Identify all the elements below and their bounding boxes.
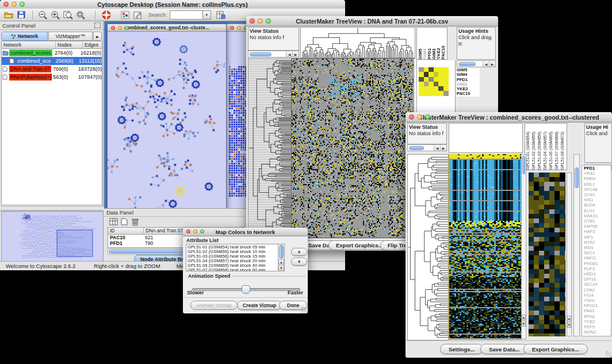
zoom-selected-icon[interactable] xyxy=(74,9,87,21)
tv2-column-label[interactable]: GPL51-07 (GSM868) xyxy=(554,124,560,170)
create-vizmap-button[interactable]: Create Vizmap xyxy=(237,301,282,310)
gene-item[interactable]: MSL1 xyxy=(584,182,611,187)
matrix-cell[interactable] xyxy=(429,67,434,72)
gene-item[interactable]: PFD1 xyxy=(457,78,480,82)
close-button[interactable] xyxy=(186,229,190,233)
gene-item[interactable]: GTB1 xyxy=(584,219,611,224)
column-header-nodes[interactable]: Nodes xyxy=(56,42,83,48)
matrix-cell[interactable] xyxy=(424,77,429,82)
matrix-cell[interactable] xyxy=(438,82,443,86)
gene-item[interactable]: PFD1 xyxy=(584,166,611,171)
matrix-cell[interactable] xyxy=(424,86,429,91)
panel-splitter[interactable] xyxy=(0,206,104,211)
zoom-button[interactable] xyxy=(200,229,204,233)
tv2-column-label[interactable]: GPL51-04 (GSM857) xyxy=(543,124,549,170)
animation-speed-slider[interactable] xyxy=(192,285,299,293)
gene-item[interactable]: HMG1 xyxy=(584,255,611,260)
gene-item[interactable]: GPI16 xyxy=(584,277,611,282)
scroll-right-icon[interactable]: ▶ xyxy=(489,61,495,67)
matrix-cell[interactable] xyxy=(429,82,434,86)
close-button[interactable] xyxy=(230,26,234,30)
scroll-right-icon[interactable]: ▶ xyxy=(292,51,299,57)
matrix-cell[interactable] xyxy=(443,67,449,72)
gene-item[interactable]: YRA1 xyxy=(584,171,611,176)
gene-item[interactable]: RPN1 xyxy=(584,314,611,319)
tv2-export-graphics-button[interactable]: Export Graphics... xyxy=(523,344,588,354)
matrix-cell[interactable] xyxy=(419,82,424,86)
scroll-down-icon[interactable]: ▼ xyxy=(522,321,526,327)
close-button[interactable] xyxy=(250,18,255,24)
search-input[interactable] xyxy=(170,10,203,20)
tv2-titlebar[interactable]: ClusterMaker TreeView : combined_scores_… xyxy=(406,112,612,122)
matrix-cell[interactable] xyxy=(443,77,449,82)
matrix-cell[interactable] xyxy=(438,91,443,95)
matrix-cell[interactable] xyxy=(443,86,449,91)
close-button[interactable] xyxy=(3,2,9,7)
matrix-cell[interactable] xyxy=(419,67,424,72)
tv1-status-scrollbar[interactable]: ◀ ▶ xyxy=(248,51,299,58)
gene-item[interactable]: CLN1 xyxy=(584,192,611,197)
scroll-up-icon[interactable]: ▲ xyxy=(522,315,526,320)
gene-item[interactable]: GIM3 xyxy=(457,82,480,87)
annotation-icon[interactable] xyxy=(131,9,144,21)
attribute-list-vscrollbar[interactable]: ▲ ▼ xyxy=(278,244,284,271)
tv2-zoom-vscrollbar[interactable]: ▲ ▼ xyxy=(567,173,572,336)
tv1-zoom-heatmap-matrix[interactable] xyxy=(419,67,449,96)
tv2-row-dendrogram[interactable] xyxy=(407,154,449,340)
attribute-item[interactable]: GPL51-07 (GSM868) heat shock 60 min xyxy=(188,268,284,271)
network-list-row[interactable]: RNAPuberNov2+|563(0)107847(0) xyxy=(2,73,102,81)
minimize-button[interactable] xyxy=(193,229,197,233)
tab-network[interactable]: Network xyxy=(1,32,48,41)
gene-item[interactable]: PUF3 xyxy=(584,266,611,271)
tv2-save-data-button[interactable]: Save Data... xyxy=(480,344,528,354)
matrix-cell[interactable] xyxy=(424,72,429,76)
zoom-button[interactable] xyxy=(266,18,271,24)
gene-item[interactable]: VIP1 xyxy=(584,235,611,240)
gene-item[interactable]: PAN1 xyxy=(584,308,611,313)
zoom-fit-icon[interactable] xyxy=(62,9,74,21)
matrix-cell[interactable] xyxy=(443,72,449,76)
tv2-genelist-vscrollbar[interactable] xyxy=(573,154,580,336)
tab-overflow-button[interactable]: ▶ xyxy=(93,32,102,41)
matrix-cell[interactable] xyxy=(424,67,429,72)
matrix-cell[interactable] xyxy=(419,77,424,82)
animate-vizmap-button[interactable]: Animate Vizmap xyxy=(190,301,238,310)
scroll-left-icon[interactable]: ◀ xyxy=(286,51,292,57)
matrix-cell[interactable] xyxy=(434,91,439,95)
float-panel-icon[interactable] xyxy=(94,22,101,28)
open-session-icon[interactable] xyxy=(2,9,15,21)
matrix-cell[interactable] xyxy=(424,91,429,95)
tv2-status-scrollbar[interactable]: ◀ ▶ xyxy=(407,144,447,151)
scrollbar-thumb[interactable] xyxy=(279,245,284,259)
matrix-cell[interactable] xyxy=(434,82,439,86)
matrix-cell[interactable] xyxy=(443,91,449,95)
import-table-icon[interactable] xyxy=(215,9,227,21)
vizmap-icon[interactable] xyxy=(118,9,131,21)
scroll-left-icon[interactable]: ◀ xyxy=(434,145,440,151)
zoom-out-icon[interactable] xyxy=(36,9,49,21)
matrix-cell[interactable] xyxy=(419,91,424,95)
move-attribute-down-button[interactable]: ∨ xyxy=(291,258,307,266)
tv2-column-label[interactable]: GPL51-03 (GSM856) xyxy=(537,124,543,170)
tv1-column-dendrogram[interactable] xyxy=(300,27,415,58)
matrix-cell[interactable] xyxy=(424,82,429,86)
matrix-cell[interactable] xyxy=(434,67,439,72)
tv2-column-label[interactable]: GPL51-02 (GSM855) xyxy=(531,124,537,170)
network-list-row[interactable]: DNA and Tran 07769(0)183728(0) xyxy=(2,65,102,73)
matrix-cell[interactable] xyxy=(419,86,424,91)
gene-item[interactable]: GIM5 xyxy=(457,68,480,72)
minimize-button[interactable] xyxy=(118,26,122,30)
gene-item[interactable]: RNR4 xyxy=(584,176,611,181)
scrollbar-thumb[interactable] xyxy=(522,156,525,174)
zoom-in-icon[interactable] xyxy=(49,9,62,21)
select-attributes-icon[interactable] xyxy=(109,217,118,226)
resize-grip[interactable] xyxy=(606,351,611,357)
matrix-cell[interactable] xyxy=(443,82,449,86)
minimize-button[interactable] xyxy=(237,26,241,30)
scrollbar-thumb[interactable] xyxy=(575,167,579,188)
tab-vizmapper[interactable]: VizMapper™ xyxy=(48,32,93,41)
gene-item[interactable]: SEC1 xyxy=(584,250,611,255)
gene-item[interactable]: NTR2 xyxy=(584,240,611,245)
network-list-row[interactable]: combined_sco2569(6)13112(15) xyxy=(2,57,102,65)
tv1-hints-scrollbar[interactable]: ◀ ▶ xyxy=(457,60,496,67)
